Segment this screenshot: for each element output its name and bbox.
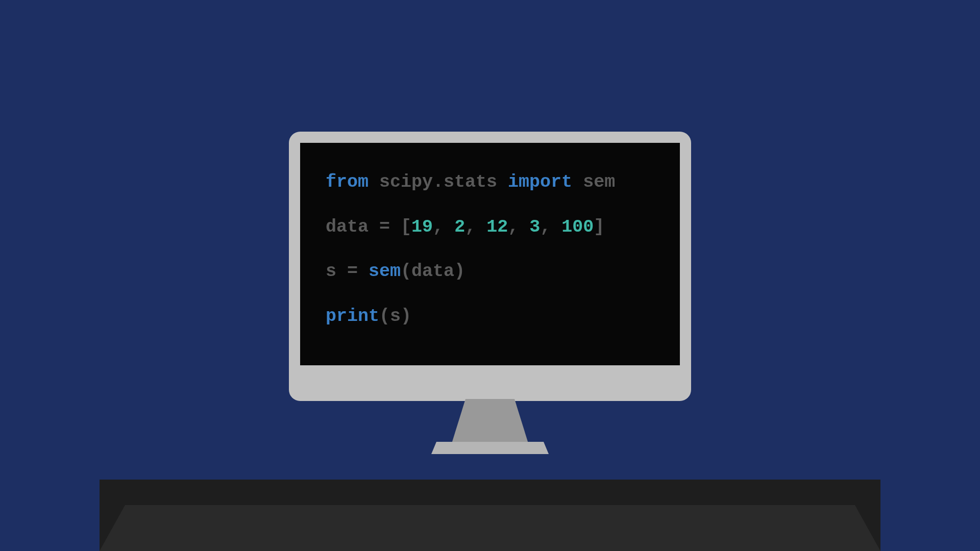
- variable-s: s: [326, 261, 336, 282]
- import-name: sem: [583, 172, 615, 192]
- paren-open: (: [379, 306, 390, 327]
- monitor-body: from scipy.stats import sem data = [19, …: [289, 132, 691, 401]
- bracket-close: ]: [594, 217, 604, 237]
- keyword-from: from: [326, 172, 369, 192]
- monitor-stand-neck: [451, 399, 529, 445]
- code-line-1: from scipy.stats import sem: [326, 171, 654, 194]
- number-literal: 100: [561, 217, 594, 237]
- comma: ,: [433, 217, 444, 237]
- operator-equals: =: [347, 261, 358, 282]
- monitor-stand-base: [431, 442, 549, 454]
- desk-top: [100, 505, 880, 551]
- paren-open: (: [401, 261, 411, 282]
- monitor: from scipy.stats import sem data = [19, …: [289, 132, 691, 401]
- paren-close: ): [401, 306, 411, 327]
- function-print: print: [326, 306, 379, 327]
- bracket-open: [: [401, 217, 411, 237]
- argument-s: s: [390, 306, 401, 327]
- number-literal: 2: [454, 217, 465, 237]
- keyword-import: import: [508, 172, 572, 192]
- code-line-2: data = [19, 2, 12, 3, 100]: [326, 216, 654, 239]
- module-name: scipy.stats: [379, 172, 497, 192]
- comma: ,: [508, 217, 519, 237]
- comma: ,: [465, 217, 476, 237]
- number-literal: 19: [411, 217, 433, 237]
- code-screen: from scipy.stats import sem data = [19, …: [300, 143, 680, 365]
- comma: ,: [540, 217, 551, 237]
- number-literal: 12: [486, 217, 508, 237]
- number-literal: 3: [529, 217, 540, 237]
- function-sem: sem: [369, 261, 401, 282]
- paren-close: ): [454, 261, 465, 282]
- variable-data: data: [326, 217, 369, 237]
- operator-equals: =: [379, 217, 390, 237]
- code-line-3: s = sem(data): [326, 260, 654, 284]
- argument-data: data: [411, 261, 454, 282]
- code-line-4: print(s): [326, 305, 654, 329]
